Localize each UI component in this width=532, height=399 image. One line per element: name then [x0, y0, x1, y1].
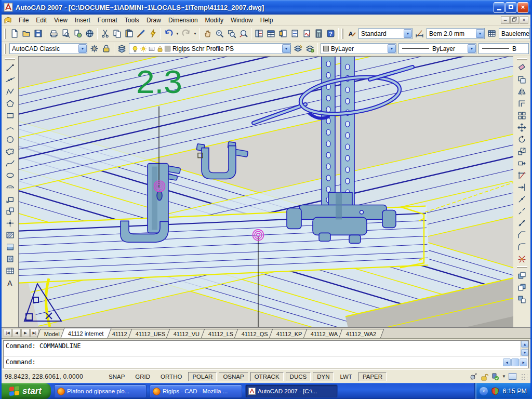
menu-item-tools[interactable]: Tools: [121, 16, 143, 25]
dim-style-button[interactable]: [414, 28, 425, 40]
layer-previous-button[interactable]: [292, 43, 304, 55]
tab-41112-wa2[interactable]: 41112_WA2: [339, 329, 384, 338]
open-button[interactable]: [20, 28, 32, 40]
table-style-combo[interactable]: Bauelement: [499, 28, 530, 39]
status-menu-arrow-icon[interactable]: ▼: [502, 374, 506, 379]
move-button[interactable]: [516, 122, 528, 134]
help-button[interactable]: ?: [325, 28, 337, 40]
ellipse-arc-button[interactable]: [4, 181, 16, 193]
toggle-grid[interactable]: GRID: [131, 372, 154, 381]
hatch-button[interactable]: [4, 229, 16, 241]
table-style-button[interactable]: [486, 28, 498, 40]
insert-block-button[interactable]: [4, 193, 16, 205]
table-button[interactable]: [4, 265, 16, 277]
revision-cloud-button[interactable]: [4, 145, 16, 157]
construction-line-button[interactable]: [4, 74, 16, 86]
scroll-thumb[interactable]: [511, 358, 519, 366]
mirror-button[interactable]: [516, 86, 528, 98]
minimize-button[interactable]: [494, 2, 504, 13]
save-button[interactable]: [32, 28, 44, 40]
text-style-combo[interactable]: Standard▼: [358, 28, 413, 39]
break-at-point-button[interactable]: [516, 193, 528, 205]
toolbar-grip[interactable]: [4, 44, 6, 54]
tab-next-button[interactable]: ▶: [21, 329, 30, 337]
start-button[interactable]: start: [0, 383, 51, 399]
undo-dropdown-arrow[interactable]: ▼: [175, 28, 180, 40]
trim-button[interactable]: [516, 169, 528, 181]
tool-palettes-button[interactable]: [277, 28, 289, 40]
command-vscrollbar[interactable]: ▲ ▼: [521, 341, 528, 356]
toolbar-grip[interactable]: [5, 58, 15, 60]
menu-item-file[interactable]: File: [15, 16, 32, 25]
quickcalc-button[interactable]: [313, 28, 325, 40]
sheet-set-manager-button[interactable]: [289, 28, 301, 40]
toolbar-grip[interactable]: [517, 58, 527, 60]
rectangle-button[interactable]: [4, 110, 16, 122]
coordinate-readout[interactable]: 98.8423, 228.6061, 0.0000: [5, 373, 103, 380]
web-button[interactable]: [84, 28, 96, 40]
copy-clip-button[interactable]: [111, 28, 123, 40]
toggle-polar[interactable]: POLAR: [188, 372, 217, 381]
toggle-snap[interactable]: SNAP: [104, 372, 129, 381]
multiline-text-button[interactable]: A: [4, 277, 16, 289]
workspace-combo[interactable]: AutoCAD Classic▼: [9, 43, 87, 54]
chevron-down-icon[interactable]: ▼: [282, 44, 290, 53]
menu-item-modify[interactable]: Modify: [202, 16, 227, 25]
maximize-button[interactable]: [506, 2, 516, 13]
chamfer-button[interactable]: [516, 229, 528, 241]
mdi-restore-button[interactable]: [510, 16, 519, 24]
chevron-down-icon[interactable]: ▼: [78, 44, 87, 53]
gradient-button[interactable]: [4, 241, 16, 253]
match-properties-button[interactable]: [135, 28, 147, 40]
plot-preview-button[interactable]: [60, 28, 72, 40]
paste-button[interactable]: [123, 28, 135, 40]
arc-button[interactable]: [4, 122, 16, 134]
toolbar-grip[interactable]: [517, 266, 527, 268]
communication-center-icon[interactable]: [469, 373, 477, 381]
undo-button[interactable]: [163, 28, 175, 40]
zoom-window-button[interactable]: [225, 28, 237, 40]
menu-item-insert[interactable]: Insert: [71, 16, 94, 25]
toggle-ortho[interactable]: ORTHO: [156, 372, 186, 381]
unlock-icon[interactable]: [480, 373, 488, 381]
taskbar-task-firefox-1[interactable]: Plafon od gipsane plo...: [54, 384, 147, 398]
redo-dropdown-arrow[interactable]: ▼: [192, 28, 198, 40]
layer-states-button[interactable]: [304, 43, 316, 55]
properties-palette-button[interactable]: [253, 28, 265, 40]
offset-button[interactable]: [516, 98, 528, 110]
publish-button[interactable]: [72, 28, 84, 40]
tab-41112-internet[interactable]: 41112 internet: [60, 328, 111, 338]
command-input-line[interactable]: Command: ◀ ▶: [4, 356, 528, 368]
security-shield-icon[interactable]: [491, 387, 499, 395]
polyline-button[interactable]: [4, 86, 16, 98]
break-button[interactable]: [516, 205, 528, 217]
layer-combo[interactable]: Rigips Schr Profile PS ▼: [129, 43, 291, 54]
zoom-realtime-button[interactable]: [214, 28, 225, 40]
toolbar-grip[interactable]: [4, 29, 6, 39]
tray-collapse-icon[interactable]: ‹: [480, 387, 488, 395]
color-combo[interactable]: ByLayer▼: [321, 43, 396, 54]
menu-item-format[interactable]: Format: [94, 16, 121, 25]
workspace-settings-button[interactable]: [88, 43, 100, 55]
scroll-up-icon[interactable]: ▲: [521, 341, 528, 348]
tab-prev-button[interactable]: ◀: [12, 329, 21, 337]
chevron-down-icon[interactable]: ▼: [404, 29, 412, 38]
layer-properties-button[interactable]: [116, 43, 128, 55]
taskbar-task-autocad[interactable]: AutoCAD 2007 - [C:\...: [245, 384, 338, 398]
extend-button[interactable]: [516, 181, 528, 193]
spline-button[interactable]: [4, 157, 16, 169]
new-button[interactable]: [8, 28, 20, 40]
ellipse-button[interactable]: [4, 169, 16, 181]
linetype-combo[interactable]: ByLayer▼: [398, 43, 476, 54]
clean-screen-button[interactable]: [509, 373, 516, 380]
point-button[interactable]: [4, 217, 16, 229]
toggle-lwt[interactable]: LWT: [336, 372, 356, 381]
command-hscrollbar[interactable]: ◀ ▶: [503, 358, 528, 366]
line-button[interactable]: [4, 62, 16, 74]
lineweight-combo[interactable]: B: [478, 43, 529, 54]
menu-item-draw[interactable]: Draw: [143, 16, 165, 25]
copy-button[interactable]: [516, 74, 528, 86]
menu-item-view[interactable]: View: [50, 16, 71, 25]
taskbar-task-firefox-2[interactable]: Rigips - CAD - Mozilla ...: [150, 384, 242, 398]
tab-first-button[interactable]: |◀: [4, 329, 12, 337]
